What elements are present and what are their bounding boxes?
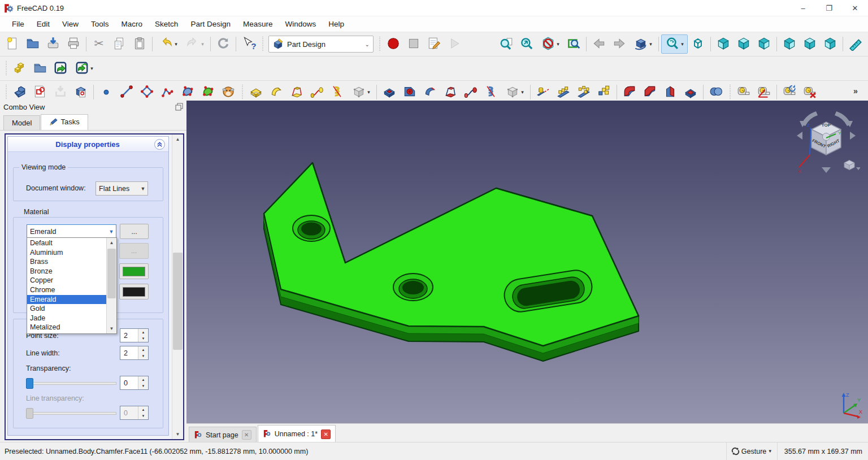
view-isometric-button[interactable]: ▾ (630, 34, 656, 54)
thickness-button[interactable] (680, 83, 701, 102)
linear-pattern-button[interactable] (553, 83, 574, 102)
tab-close-icon[interactable]: ✕ (321, 429, 331, 439)
scroll-down-icon[interactable]: ▼ (107, 324, 116, 333)
create-part-button[interactable] (10, 59, 30, 78)
custom-appearance-button[interactable]: ... (119, 243, 149, 259)
material-option-emerald[interactable]: Emerald (27, 295, 106, 305)
hole-button[interactable] (400, 83, 420, 102)
open-document-button[interactable] (23, 34, 43, 54)
dropdown-caret-icon[interactable]: ▾ (367, 89, 370, 95)
toolbar-handle[interactable] (261, 37, 264, 51)
sketch-carbon-copy-button[interactable] (218, 83, 238, 102)
measure-refresh-button[interactable] (779, 83, 800, 102)
macro-record-button[interactable] (383, 34, 403, 54)
material-option-metalized[interactable]: Metalized (27, 323, 106, 332)
dropdown-caret-icon[interactable]: ▾ (201, 41, 204, 47)
scrollbar-thumb[interactable] (173, 253, 183, 350)
slider-handle[interactable] (26, 378, 33, 389)
mirrored-button[interactable] (533, 83, 553, 102)
draft-button[interactable] (660, 83, 680, 102)
create-group-button[interactable] (30, 59, 50, 78)
toolbar-handle[interactable] (5, 61, 7, 76)
material-combobox[interactable]: Emerald▼ (27, 224, 116, 238)
menu-tools[interactable]: Tools (85, 18, 115, 31)
multitransform-button[interactable] (594, 83, 614, 102)
minimize-button[interactable]: – (790, 0, 816, 16)
copy-button[interactable] (109, 34, 129, 54)
make-link-group-button[interactable]: ▾ (71, 59, 97, 78)
toolbar-handle[interactable] (5, 85, 7, 99)
redo-button[interactable]: ▾ (181, 34, 208, 54)
document-tab-start-page[interactable]: Start page✕ (189, 427, 257, 442)
viewing-mode-combobox[interactable]: Flat Lines▼ (96, 181, 148, 196)
menu-sketch[interactable]: Sketch (149, 18, 184, 31)
macro-stop-button[interactable] (403, 34, 424, 54)
toolbar-overflow-button[interactable]: » (845, 83, 866, 102)
dropdown-caret-icon[interactable]: ▾ (557, 41, 559, 47)
fit-selection-button[interactable] (517, 34, 537, 54)
view-axonometric-button[interactable] (688, 34, 708, 54)
tab-close-icon[interactable]: ✕ (242, 430, 251, 440)
material-browse-button[interactable]: ... (120, 224, 149, 239)
tab-tasks[interactable]: Tasks (41, 114, 88, 130)
spin-down-icon[interactable]: ▼ (138, 353, 148, 360)
sketch-rectangle-button[interactable] (137, 83, 157, 102)
revolution-button[interactable] (266, 83, 287, 102)
refresh-button[interactable] (213, 34, 233, 54)
sketch-line-button[interactable] (116, 83, 137, 102)
scroll-up-icon[interactable]: ▲ (172, 134, 183, 144)
material-option-copper[interactable]: Copper (27, 276, 106, 285)
document-tab-unnamed-1[interactable]: Unnamed : 1*✕ (258, 425, 336, 442)
fit-all-button[interactable] (496, 34, 517, 54)
menu-macro[interactable]: Macro (115, 18, 149, 31)
zoom-tool-button[interactable]: ▾ (661, 34, 688, 54)
material-option-default[interactable]: Default (27, 238, 106, 248)
create-body-button[interactable] (10, 83, 30, 102)
material-option-gold[interactable]: Gold (27, 304, 106, 314)
spin-down-icon[interactable]: ▼ (138, 413, 148, 420)
line-transparency-slider[interactable] (26, 407, 116, 418)
menu-windows[interactable]: Windows (279, 18, 322, 31)
point-size-spinbox[interactable]: 2 ▲▼ (120, 328, 149, 342)
tasks-scrollbar[interactable]: ▲ ▼ (172, 134, 183, 439)
additive-helix-button[interactable] (327, 83, 348, 102)
macro-play-button[interactable] (444, 34, 465, 54)
dropdown-scrollbar[interactable]: ▲ ▼ (106, 238, 116, 333)
new-document-button[interactable] (2, 34, 23, 54)
scroll-down-icon[interactable]: ▼ (172, 429, 183, 439)
toolbar-handle[interactable] (241, 85, 244, 99)
material-option-bronze[interactable]: Bronze (27, 267, 106, 276)
spin-up-icon[interactable]: ▲ (138, 376, 148, 383)
dropdown-caret-icon[interactable]: ▾ (521, 89, 524, 95)
dropdown-caret-icon[interactable]: ▾ (90, 66, 93, 71)
material-option-jade[interactable]: Jade (27, 314, 106, 323)
create-sketch-button[interactable] (30, 83, 50, 102)
sketch-point-button[interactable] (96, 83, 116, 102)
spin-up-icon[interactable]: ▲ (138, 406, 148, 413)
material-option-brass[interactable]: Brass (27, 257, 106, 267)
spin-down-icon[interactable]: ▼ (138, 383, 148, 390)
material-option-chrome[interactable]: Chrome (27, 285, 106, 295)
restore-button[interactable]: ❐ (816, 0, 842, 16)
view-bottom-button[interactable] (800, 34, 820, 54)
navigation-style-selector[interactable]: Gesture ▼ (730, 447, 774, 455)
subtractive-pipe-button[interactable] (461, 83, 481, 102)
additive-loft-button[interactable] (287, 83, 307, 102)
dropdown-caret-icon[interactable]: ▾ (175, 41, 177, 47)
float-panel-icon[interactable] (175, 103, 183, 111)
groove-button[interactable] (420, 83, 440, 102)
measure-linear-button[interactable] (734, 83, 754, 102)
measure-angular-button[interactable] (754, 83, 774, 102)
sketch-periodic-bspline-button[interactable] (198, 83, 218, 102)
view-front-button[interactable] (713, 34, 734, 54)
menu-view[interactable]: View (56, 18, 85, 31)
spin-up-icon[interactable]: ▲ (138, 329, 148, 336)
line-color-button[interactable] (119, 284, 149, 300)
transparency-slider[interactable] (26, 377, 116, 388)
view-left-button[interactable] (820, 34, 840, 54)
nav-back-button[interactable] (589, 34, 609, 54)
menu-part-design[interactable]: Part Design (184, 18, 237, 31)
spin-down-icon[interactable]: ▼ (138, 336, 148, 342)
transparency-spinbox[interactable]: 0 ▲▼ (120, 376, 149, 390)
sketch-bspline-button[interactable] (177, 83, 198, 102)
